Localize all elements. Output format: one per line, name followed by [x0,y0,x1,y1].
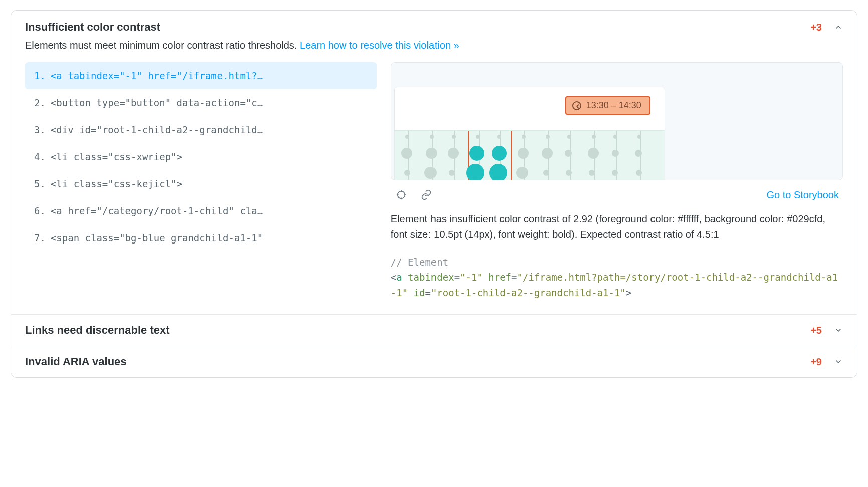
violation-count-badge: +3 [810,22,822,33]
violation-message: Element has insufficient color contrast … [391,211,843,242]
element-code: // Element <a tabindex="-1" href="/ifram… [391,255,843,300]
time-label: 13:30 – 14:30 [586,100,641,111]
section-meta: +3 [810,22,843,33]
violation-item[interactable]: 6. <a href="/category/root-1-child" cla… [25,197,377,224]
code-comment: // Element [391,257,448,268]
chevron-down-icon [834,357,843,366]
violation-code: <a href="/category/root-1-child" cla… [51,205,263,216]
svg-point-0 [397,191,405,199]
link-icon[interactable] [420,188,433,201]
section-title: Insufficient color contrast [25,21,160,34]
violation-code: <li class="css-kejicl"> [51,178,182,189]
chevron-down-icon [834,326,843,335]
section-description: Elements must meet minimum color contras… [11,38,857,59]
preview-actions: Go to Storybook [391,180,843,211]
violation-code: <a tabindex="-1" href="/iframe.html?… [51,70,263,81]
section-header-aria[interactable]: Invalid ARIA values +9 [11,346,857,377]
section-header-contrast[interactable]: Insufficient color contrast +3 [11,11,857,38]
violation-code: <button type="button" data-action="c… [51,97,263,108]
violation-number: 7. [34,232,46,243]
violation-count-badge: +5 [810,325,822,336]
violation-item[interactable]: 1. <a tabindex="-1" href="/iframe.html?… [25,62,377,89]
preview-inner: 13:30 – 14:30 [394,87,665,180]
violations-list: 1. <a tabindex="-1" href="/iframe.html?…… [25,62,377,300]
preview-thumbnail: 13:30 – 14:30 [391,62,843,180]
section-meta: +9 [810,356,843,368]
violation-count-badge: +9 [810,356,822,368]
violation-code: <div id="root-1-child-a2--grandchild… [51,124,263,135]
violation-code: <li class="css-xwriep"> [51,151,182,162]
chevron-up-icon [834,23,843,32]
violation-code: <span class="bg-blue grandchild-a1-1" [51,232,263,243]
section-meta: +5 [810,325,843,336]
accessibility-panel: Insufficient color contrast +3 Elements … [11,10,857,378]
violation-number: 2. [34,97,46,108]
section-body: 1. <a tabindex="-1" href="/iframe.html?…… [11,59,857,314]
violation-number: 4. [34,151,46,162]
violation-item[interactable]: 2. <button type="button" data-action="c… [25,89,377,116]
description-text: Elements must meet minimum color contras… [25,40,297,51]
go-to-storybook-link[interactable]: Go to Storybook [766,189,839,201]
violation-number: 6. [34,205,46,216]
violation-number: 5. [34,178,46,189]
violation-item[interactable]: 7. <span class="bg-blue grandchild-a1-1" [25,224,377,252]
violation-item[interactable]: 4. <li class="css-xwriep"> [25,143,377,170]
time-chip: 13:30 – 14:30 [565,96,650,115]
detail-pane: 13:30 – 14:30 [391,62,843,300]
preview-pattern [395,130,665,180]
clock-icon [572,101,581,110]
violation-number: 1. [34,70,46,81]
section-title: Links need discernable text [25,324,170,337]
learn-more-link[interactable]: Learn how to resolve this violation » [300,40,459,51]
violation-item[interactable]: 5. <li class="css-kejicl"> [25,170,377,197]
section-title: Invalid ARIA values [25,355,127,368]
section-header-links[interactable]: Links need discernable text +5 [11,314,857,346]
violation-number: 3. [34,124,46,135]
violation-item[interactable]: 3. <div id="root-1-child-a2--grandchild… [25,116,377,143]
target-icon[interactable] [395,188,408,201]
